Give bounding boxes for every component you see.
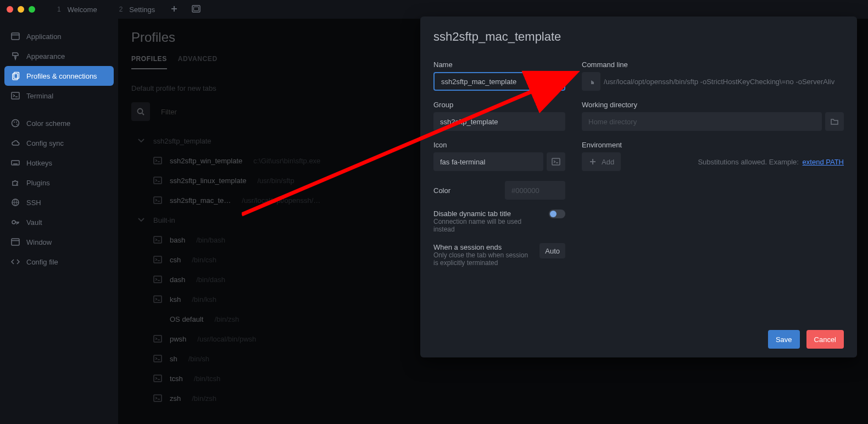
working-dir-input[interactable] (582, 112, 822, 131)
sidebar-item-label: SSH (26, 199, 41, 207)
profile-command: /usr/local/opt/openssh/… (242, 196, 320, 205)
sidebar-item-label: Profiles & connections (26, 72, 97, 80)
field-color: Color (433, 181, 565, 200)
sidebar-item-color-scheme[interactable]: Color scheme (0, 113, 118, 133)
group-name: ssh2sftp_template (153, 137, 212, 145)
sidebar-item-label: Hotkeys (26, 159, 52, 167)
terminal-icon (153, 354, 162, 363)
chevron-down-icon (137, 136, 146, 145)
session-end-hint: Only close the tab when session is expli… (433, 251, 533, 267)
dynamic-title-label: Disable dynamic tab title (433, 210, 542, 218)
color-input[interactable] (505, 181, 565, 200)
field-name: Name (433, 60, 565, 91)
sidebar-item-terminal[interactable]: Terminal (0, 86, 118, 106)
profile-command: /bin/csh (192, 256, 216, 264)
window-icon (11, 32, 20, 41)
add-tab-button[interactable] (166, 4, 182, 15)
sidebar-item-label: Config sync (26, 139, 64, 147)
profile-command: /bin/dash (196, 276, 225, 284)
terminal-icon (153, 156, 162, 165)
icon-input[interactable] (433, 152, 543, 171)
settings-sidebar: ApplicationAppearanceProfiles & connecti… (0, 19, 118, 424)
profile-row[interactable]: tcsh/bin/tcsh (137, 368, 855, 388)
sidebar-item-hotkeys[interactable]: Hotkeys (0, 153, 118, 173)
tab-profiles[interactable]: PROFILES (131, 55, 167, 69)
puzzle-icon (11, 178, 20, 187)
tab-advanced[interactable]: ADVANCED (178, 55, 218, 69)
sidebar-item-ssh[interactable]: SSH (0, 192, 118, 212)
field-working-dir: Working directory (582, 101, 844, 131)
paint-icon (11, 52, 20, 60)
field-environment: Environment Add Substitutions allowed. E… (582, 141, 844, 171)
environment-add-button[interactable]: Add (582, 152, 621, 171)
sidebar-item-application[interactable]: Application (0, 26, 118, 46)
profile-name: dash (170, 276, 185, 284)
cancel-button[interactable]: Cancel (806, 330, 844, 349)
window-icon (11, 238, 20, 246)
profile-name: ksh (170, 295, 181, 304)
terminal-icon (11, 91, 20, 100)
default-profile-label: Default profile for new tabs (131, 84, 216, 92)
working-dir-browse-button[interactable] (825, 112, 844, 131)
icon-label: Icon (433, 141, 565, 149)
tab-label: Welcome (68, 5, 97, 14)
profile-name: ssh2sftp_linux_template (170, 177, 246, 185)
sidebar-item-label: Color scheme (26, 119, 70, 128)
terminal-icon (153, 334, 162, 343)
app-tab[interactable]: 1Welcome (46, 0, 108, 19)
field-icon: Icon (433, 141, 565, 171)
profile-name: ssh2sftp_mac_te… (170, 196, 231, 205)
command-line-label: Command line (582, 60, 844, 69)
profile-name: sh (170, 355, 177, 363)
profile-command: /bin/bash (196, 236, 225, 244)
profile-name: pwsh (170, 335, 186, 343)
field-dynamic-title: Disable dynamic tab title Connection nam… (433, 210, 565, 233)
name-input[interactable] (433, 72, 565, 91)
save-button[interactable]: Save (768, 330, 800, 349)
command-line-value[interactable]: /usr/local/opt/openssh/bin/sftp -oStrict… (604, 78, 844, 86)
sidebar-item-vault[interactable]: Vault (0, 212, 118, 232)
globe-icon (11, 198, 20, 207)
session-end-select[interactable]: Auto (539, 243, 565, 258)
app-tab[interactable]: 2Settings (108, 0, 166, 19)
modal-footer: Save Cancel (768, 330, 844, 349)
command-line-run-icon[interactable] (582, 72, 600, 91)
sidebar-item-config-sync[interactable]: Config sync (0, 133, 118, 153)
sidebar-item-window[interactable]: Window (0, 232, 118, 252)
terminal-icon (153, 235, 162, 244)
environment-label: Environment (582, 141, 844, 149)
profile-command: c:\Git\usr\bin\sftp.exe (253, 157, 320, 165)
dynamic-title-hint: Connection name will be used instead (433, 218, 542, 233)
terminal-icon (153, 176, 162, 185)
close-window-button[interactable] (7, 6, 13, 13)
sidebar-item-label: Terminal (26, 92, 53, 100)
split-pane-button[interactable] (188, 4, 204, 15)
color-label: Color (433, 186, 450, 195)
tab-label: Settings (129, 5, 155, 14)
session-end-label: When a session ends (433, 243, 533, 251)
sidebar-item-plugins[interactable]: Plugins (0, 173, 118, 192)
extend-path-link[interactable]: extend PATH (803, 158, 844, 166)
minimize-window-button[interactable] (18, 6, 24, 13)
sidebar-item-label: Window (26, 238, 52, 246)
tab-index: 2 (119, 5, 123, 13)
profile-command: /bin/tcsh (194, 375, 220, 383)
palette-icon (11, 119, 20, 128)
profile-row[interactable]: zsh/bin/zsh (137, 388, 855, 408)
copy-icon (11, 71, 20, 80)
field-group: Group (433, 101, 565, 131)
sidebar-item-config-file[interactable]: Config file (0, 252, 118, 272)
dynamic-title-toggle[interactable] (549, 210, 565, 218)
cloud-icon (11, 139, 20, 147)
sidebar-item-label: Plugins (26, 179, 50, 187)
field-command-line: Command line /usr/local/opt/openssh/bin/… (582, 60, 844, 91)
group-input[interactable] (433, 112, 565, 131)
window-controls (7, 6, 35, 13)
sidebar-item-profiles-connections[interactable]: Profiles & connections (4, 66, 114, 86)
terminal-icon (153, 374, 162, 383)
key-icon (11, 218, 20, 227)
field-session-end: When a session ends Only close the tab w… (433, 243, 565, 267)
zoom-window-button[interactable] (29, 6, 35, 13)
sidebar-item-appearance[interactable]: Appearance (0, 46, 118, 66)
icon-preview (547, 152, 565, 171)
